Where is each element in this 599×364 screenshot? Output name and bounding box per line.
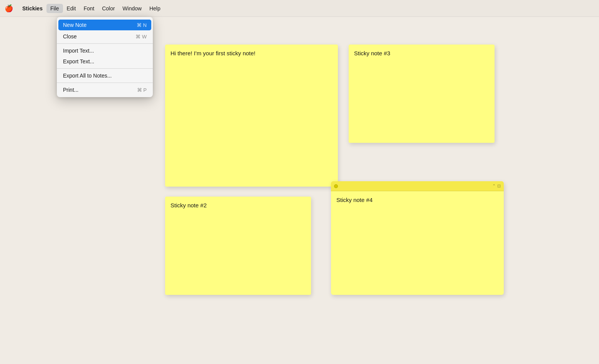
menu-item-import-text-label: Import Text... [63,48,94,54]
menu-separator-2 [57,68,153,69]
sticky-note-4[interactable]: ⌃ ⊡ Sticky note #4 [331,181,504,295]
menu-separator-3 [57,83,153,83]
sticky-note-1[interactable]: Hi there! I'm your first sticky note! [165,45,338,187]
sticky-note-4-content: Sticky note #4 [336,197,372,203]
menu-item-print[interactable]: Print... ⌘ P [57,84,153,95]
menu-item-new-note-shortcut: ⌘ N [137,22,147,28]
menu-edit[interactable]: Edit [63,4,80,13]
menu-item-close-label: Close [63,33,77,40]
file-dropdown-menu: New Note ⌘ N Close ⌘ W Import Text... Ex… [57,17,153,97]
menu-item-print-shortcut: ⌘ P [137,87,147,93]
sticky-note-4-content-area: Sticky note #4 [331,191,504,208]
menu-item-export-all-label: Export All to Notes... [63,73,112,79]
menu-separator-1 [57,43,153,44]
titlebar-icons: ⌃ ⊡ [492,184,501,189]
sticky-note-2-content: Sticky note #2 [170,202,207,208]
resize-icon[interactable]: ⊡ [497,184,501,189]
menu-item-new-note[interactable]: New Note ⌘ N [58,20,151,30]
menubar: 🍎 Stickies File Edit Font Color Window H… [0,0,599,17]
menu-file[interactable]: File [46,4,63,13]
menu-item-new-note-label: New Note [63,22,86,28]
sticky-note-2[interactable]: Sticky note #2 [165,197,311,295]
sticky-note-1-content: Hi there! I'm your first sticky note! [170,50,255,56]
sticky-note-4-titlebar: ⌃ ⊡ [331,181,504,191]
menu-window[interactable]: Window [119,4,146,13]
sticky-note-3[interactable]: Sticky note #3 [349,45,495,143]
menu-item-print-label: Print... [63,87,78,93]
menu-font[interactable]: Font [80,4,98,13]
menu-help[interactable]: Help [146,4,164,13]
titlebar-btn[interactable] [334,184,338,188]
menu-item-import-text[interactable]: Import Text... [57,45,153,56]
menu-item-export-text[interactable]: Export Text... [57,56,153,67]
collapse-icon[interactable]: ⌃ [492,184,496,189]
menu-color[interactable]: Color [98,4,119,13]
menu-item-close[interactable]: Close ⌘ W [57,31,153,42]
menu-item-close-shortcut: ⌘ W [136,34,147,40]
sticky-note-3-content: Sticky note #3 [354,50,390,56]
app-name: Stickies [18,4,46,13]
menu-item-export-text-label: Export Text... [63,58,94,65]
apple-menu-icon[interactable]: 🍎 [5,4,13,13]
menu-item-export-all[interactable]: Export All to Notes... [57,70,153,81]
